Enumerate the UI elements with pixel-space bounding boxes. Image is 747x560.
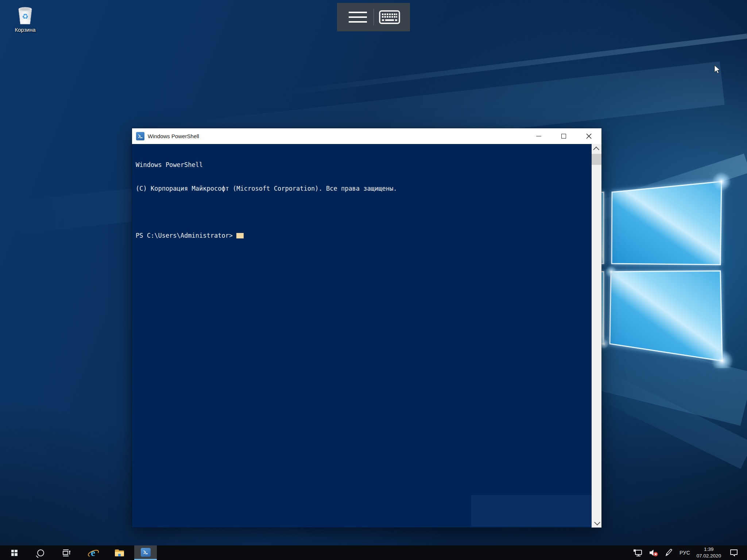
- internet-explorer-icon: e: [88, 548, 98, 557]
- windows-logo-icon: [11, 550, 18, 556]
- console-line: (C) Корпорация Майкрософт (Microsoft Cor…: [136, 185, 588, 193]
- language-indicator[interactable]: РУС: [680, 550, 690, 556]
- recycle-bin-label: Корзина: [15, 27, 35, 33]
- recycle-bin[interactable]: ♻ Корзина: [5, 4, 45, 33]
- minimize-icon: [536, 136, 541, 136]
- window-title: Windows PowerShell: [148, 133, 199, 139]
- network-icon[interactable]: [633, 549, 643, 557]
- volume-muted-icon[interactable]: [649, 549, 658, 557]
- maximize-button[interactable]: [551, 128, 576, 144]
- scrollbar-up-button[interactable]: [592, 144, 601, 154]
- powershell-taskbar-button[interactable]: [134, 545, 157, 560]
- keyboard-icon: [379, 10, 400, 24]
- powershell-icon: [136, 132, 144, 140]
- scrollbar-thumb[interactable]: [592, 154, 601, 165]
- pen-icon[interactable]: [665, 548, 673, 557]
- maximize-icon: [561, 134, 566, 139]
- file-explorer-icon: [115, 549, 124, 556]
- window-titlebar[interactable]: Windows PowerShell: [132, 128, 601, 144]
- console-line: Windows PowerShell: [136, 161, 588, 169]
- clock-time: 1:39: [696, 546, 721, 553]
- chevron-up-icon: [593, 146, 599, 152]
- task-view-button[interactable]: [55, 545, 78, 560]
- search-button[interactable]: [29, 545, 52, 560]
- console-output: Windows PowerShell (C) Корпорация Майкро…: [136, 145, 588, 255]
- file-explorer-button[interactable]: [108, 545, 131, 560]
- search-icon: [37, 549, 44, 556]
- console-blank-line: [136, 208, 588, 216]
- powershell-window: Windows PowerShell Windows PowerShell (C…: [132, 128, 601, 528]
- scrollbar-down-button[interactable]: [592, 518, 601, 528]
- menu-button[interactable]: [342, 3, 374, 31]
- action-center-icon: [729, 549, 738, 557]
- action-center-button[interactable]: [729, 549, 738, 557]
- console-body[interactable]: Windows PowerShell (C) Корпорация Майкро…: [132, 144, 601, 528]
- svg-text:♻: ♻: [22, 12, 28, 21]
- prompt-line: PS C:\Users\Administrator>: [136, 232, 588, 240]
- start-button[interactable]: [3, 545, 26, 560]
- task-view-icon: [62, 548, 71, 557]
- close-icon: [586, 133, 592, 139]
- console-toolbar: [337, 3, 410, 31]
- chevron-down-icon: [594, 519, 600, 525]
- taskbar: e: [0, 545, 747, 560]
- minimize-button[interactable]: [526, 128, 551, 144]
- clock-date: 07.02.2020: [696, 553, 721, 559]
- recycle-bin-icon: ♻: [16, 4, 35, 26]
- clock[interactable]: 1:39 07.02.2020: [696, 546, 721, 559]
- render-artifact: [471, 495, 592, 526]
- keyboard-button[interactable]: [374, 3, 405, 31]
- scrollbar[interactable]: [592, 144, 601, 528]
- internet-explorer-button[interactable]: e: [82, 545, 104, 560]
- hamburger-icon: [349, 12, 367, 23]
- powershell-icon: [141, 548, 151, 557]
- prompt-text: PS C:\Users\Administrator>: [136, 232, 236, 239]
- close-button[interactable]: [576, 128, 601, 144]
- console-cursor: [236, 233, 244, 238]
